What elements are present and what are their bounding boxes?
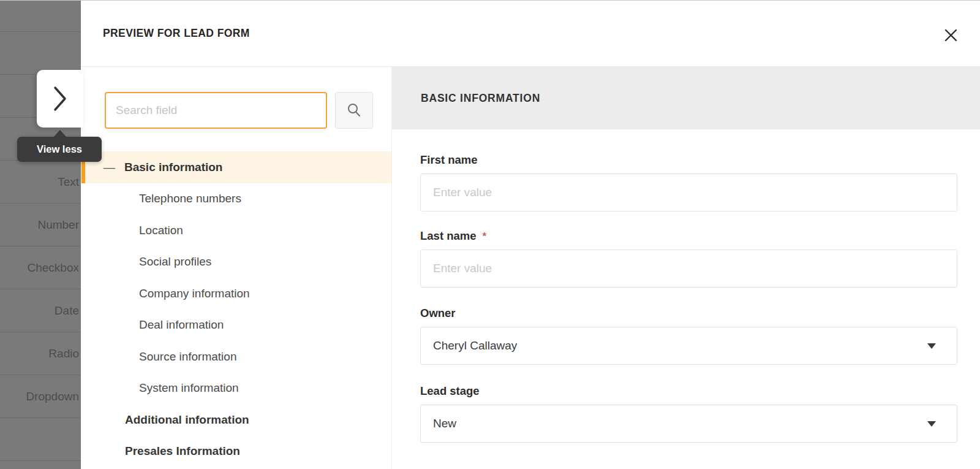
section-item-label: Deal information <box>81 318 224 332</box>
modal-header: PREVIEW FOR LEAD FORM <box>81 1 980 67</box>
section-item-label: Company information <box>81 287 250 300</box>
field-label: Owner <box>420 306 957 321</box>
caret-down-icon <box>927 421 936 427</box>
form-preview-panel: BASIC INFORMATION First name Last name* … <box>392 67 980 469</box>
field-last-name: Last name* <box>420 229 957 243</box>
section-item-social-profiles[interactable]: Social profiles <box>81 246 391 278</box>
field-label: Lead stage <box>420 384 957 398</box>
section-item-additional-information[interactable]: Additional information <box>81 404 391 436</box>
field-type-text[interactable]: Text <box>0 160 81 203</box>
preview-lead-form-modal: PREVIEW FOR LEAD FORM — Basic in <box>81 1 980 469</box>
field-type-dropdown[interactable]: Dropdown <box>0 375 81 418</box>
section-item-label: Basic information <box>81 161 222 174</box>
collapse-dash-icon: — <box>104 161 115 174</box>
field-type-label: Checkbox <box>28 261 81 275</box>
owner-select[interactable]: Cheryl Callaway <box>420 327 957 365</box>
close-icon <box>944 29 957 42</box>
section-item-label: Presales Information <box>81 444 240 458</box>
section-item-system-information[interactable]: System information <box>81 373 391 405</box>
close-button[interactable] <box>941 25 960 45</box>
section-item-company-information[interactable]: Company information <box>81 278 391 310</box>
modal-title: PREVIEW FOR LEAD FORM <box>103 1 250 66</box>
section-item-deal-information[interactable]: Deal information <box>81 310 391 341</box>
search-input[interactable] <box>105 92 327 129</box>
lead-stage-select-value: New <box>433 417 456 430</box>
field-label: First name <box>420 153 957 167</box>
section-item-source-information[interactable]: Source information <box>81 341 391 373</box>
section-item-presales-information[interactable]: Presales Information <box>81 436 391 468</box>
section-list: — Basic information Telephone numbers Lo… <box>81 151 391 467</box>
view-less-tooltip: View less <box>17 137 102 162</box>
form-section-header: BASIC INFORMATION <box>392 67 980 129</box>
field-type-label: Dropdown <box>26 390 81 403</box>
field-type-radio[interactable]: Radio <box>0 332 81 375</box>
section-item-location[interactable]: Location <box>81 215 391 246</box>
search-icon <box>346 102 362 118</box>
section-item-basic-information[interactable]: — Basic information <box>81 151 391 183</box>
field-type-label: Number <box>37 218 81 232</box>
first-name-input[interactable] <box>420 173 957 212</box>
section-item-label: Location <box>81 224 183 237</box>
field-type-label: Text <box>58 175 81 189</box>
field-type-date[interactable]: Date <box>0 289 81 332</box>
field-label: Last name* <box>420 229 957 243</box>
field-type-checkbox[interactable]: Checkbox <box>0 246 81 289</box>
search-button[interactable] <box>335 92 373 129</box>
sidebar-divider <box>0 418 81 418</box>
field-label-text: Last name <box>420 229 477 242</box>
screen: Text Number Checkbox Date Radio Dropdown… <box>0 0 980 469</box>
sidebar-divider <box>0 460 81 461</box>
section-item-telephone-numbers[interactable]: Telephone numbers <box>81 183 391 215</box>
section-item-label: Telephone numbers <box>81 192 241 205</box>
field-owner: Owner Cheryl Callaway <box>420 306 957 321</box>
lead-stage-select[interactable]: New <box>420 405 957 443</box>
tooltip-label: View less <box>37 143 82 155</box>
owner-select-value: Cheryl Callaway <box>433 339 517 353</box>
required-asterisk: * <box>483 231 487 242</box>
last-name-input[interactable] <box>420 250 957 288</box>
form-section-title: BASIC INFORMATION <box>421 67 540 129</box>
field-first-name: First name <box>420 153 957 167</box>
section-item-label: Additional information <box>81 413 249 427</box>
sidebar-divider <box>0 31 81 32</box>
field-type-label: Date <box>55 304 81 318</box>
collapse-panel-button[interactable] <box>37 70 83 128</box>
sections-panel: — Basic information Telephone numbers Lo… <box>81 67 392 469</box>
caret-down-icon <box>927 343 936 349</box>
field-lead-stage: Lead stage New <box>420 384 957 398</box>
field-type-number[interactable]: Number <box>0 203 81 246</box>
field-type-label: Radio <box>48 347 81 360</box>
form-area: First name Last name* Owner Cheryl Calla… <box>392 129 980 469</box>
chevron-right-icon <box>53 85 67 112</box>
section-item-label: Social profiles <box>81 255 211 269</box>
section-item-label: System information <box>81 381 239 395</box>
section-item-label: Source information <box>81 350 236 364</box>
